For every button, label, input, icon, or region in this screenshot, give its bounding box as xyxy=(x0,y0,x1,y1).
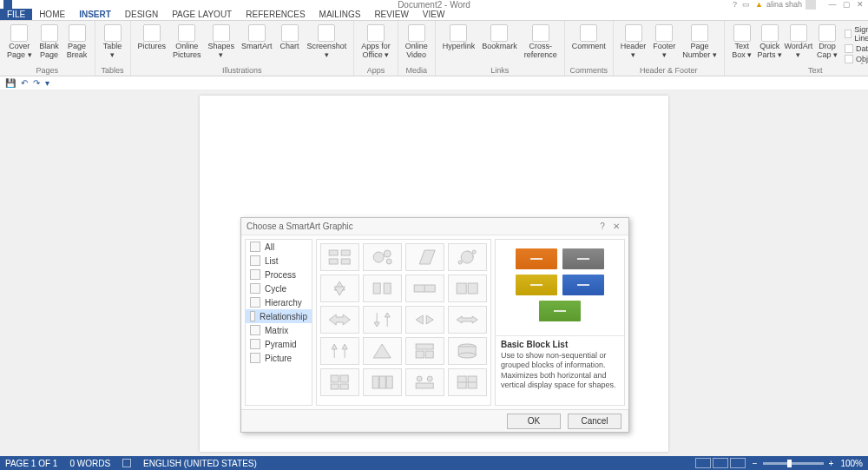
hyperlink-label: Hyperlink xyxy=(443,43,476,51)
layout-thumbnail[interactable] xyxy=(320,275,359,302)
ribbon-signature-line--button[interactable]: Signature Line ▾ xyxy=(845,25,868,43)
ribbon-shapes-button[interactable]: Shapes ▾ xyxy=(205,23,239,66)
view-web-layout[interactable] xyxy=(730,458,746,468)
ribbon-cross--button[interactable]: Cross- reference xyxy=(521,23,561,66)
category-picture[interactable]: Picture xyxy=(246,351,312,365)
restore-button[interactable]: ▢ xyxy=(842,0,851,9)
dialog-titlebar[interactable]: Choose a SmartArt Graphic ? ✕ xyxy=(241,218,628,235)
collapse-ribbon-icon[interactable]: ˄ xyxy=(860,62,865,70)
ribbon-hyperlink-button[interactable]: Hyperlink xyxy=(439,23,479,66)
ribbon-drop-button[interactable]: Drop Cap ▾ xyxy=(813,23,841,66)
ribbon-cover-button[interactable]: Cover Page ▾ xyxy=(3,23,36,66)
category-cycle[interactable]: Cycle xyxy=(246,281,312,295)
svg-rect-17 xyxy=(457,283,466,294)
ribbon-table-button[interactable]: Table ▾ xyxy=(99,23,127,66)
layout-thumbnail[interactable] xyxy=(363,275,402,302)
ribbon-wordart-button[interactable]: WordArt ▾ xyxy=(784,23,813,66)
layout-thumbnail[interactable] xyxy=(363,306,402,334)
ribbon-header-button[interactable]: Header ▾ xyxy=(617,23,650,66)
layout-thumbnail[interactable] xyxy=(320,243,359,271)
category-all[interactable]: All xyxy=(246,240,312,254)
ribbon-bookmark-button[interactable]: Bookmark xyxy=(478,23,521,66)
category-hierarchy[interactable]: Hierarchy xyxy=(246,295,312,309)
category-matrix[interactable]: Matrix xyxy=(246,323,312,337)
view-read-mode[interactable] xyxy=(695,458,711,468)
qat-redo-icon[interactable]: ↷ xyxy=(33,78,40,88)
dialog-close-button[interactable]: ✕ xyxy=(609,222,623,231)
ribbon-online-button[interactable]: Online Pictures xyxy=(169,23,205,66)
dialog-help-button[interactable]: ? xyxy=(595,222,609,231)
layout-thumbnail[interactable] xyxy=(363,337,402,365)
status-language[interactable]: ENGLISH (UNITED STATES) xyxy=(143,459,257,468)
online-label: Online Pictures xyxy=(173,43,201,60)
close-button[interactable]: ✕ xyxy=(856,0,865,9)
layout-thumbnail[interactable] xyxy=(320,306,359,334)
qat-customize-icon[interactable]: ▾ xyxy=(45,78,49,88)
ribbon-text-button[interactable]: Text Box ▾ xyxy=(728,23,756,66)
layout-thumbnail[interactable] xyxy=(405,275,444,302)
layout-thumbnail[interactable] xyxy=(363,368,402,396)
tab-design[interactable]: DESIGN xyxy=(118,9,165,20)
user-name: alina shah xyxy=(766,0,802,9)
group-label: Header & Footer xyxy=(617,66,720,76)
ribbon-apps-for-button[interactable]: Apps for Office ▾ xyxy=(358,23,394,66)
layout-thumbnail[interactable] xyxy=(405,306,444,334)
ribbon-blank-button[interactable]: Blank Page xyxy=(36,23,63,66)
tab-file[interactable]: FILE xyxy=(0,9,32,20)
tab-references[interactable]: REFERENCES xyxy=(239,9,312,20)
help-icon[interactable]: ? xyxy=(733,0,737,9)
layout-thumbnail[interactable] xyxy=(363,243,402,271)
tab-insert[interactable]: INSERT xyxy=(72,9,118,20)
ribbon-comment-button[interactable]: Comment xyxy=(569,23,609,66)
ribbon-page-button[interactable]: Page Number ▾ xyxy=(679,23,720,66)
tab-page-layout[interactable]: PAGE LAYOUT xyxy=(165,9,239,20)
qat-undo-icon[interactable]: ↶ xyxy=(21,78,28,88)
zoom-out-button[interactable]: − xyxy=(753,459,758,468)
minimize-button[interactable]: — xyxy=(828,0,837,9)
ribbon-smartart-button[interactable]: SmartArt xyxy=(238,23,276,66)
ok-button[interactable]: OK xyxy=(507,414,561,429)
category-list[interactable]: List xyxy=(246,254,312,268)
zoom-slider[interactable] xyxy=(763,462,824,465)
tab-home[interactable]: HOME xyxy=(32,9,72,20)
ribbon-pictures-button[interactable]: Pictures xyxy=(135,23,170,66)
zoom-level[interactable]: 100% xyxy=(840,459,863,468)
category-process[interactable]: Process xyxy=(246,268,312,281)
ribbon-chart-button[interactable]: Chart xyxy=(276,23,304,66)
account-user[interactable]: ▲ alina shah xyxy=(755,0,816,10)
cancel-button[interactable]: Cancel xyxy=(568,414,621,429)
layout-thumbnail[interactable] xyxy=(448,368,487,396)
quick-access-toolbar: 💾 ↶ ↷ ▾ xyxy=(0,76,868,90)
svg-rect-38 xyxy=(331,375,339,382)
layout-thumbnail[interactable] xyxy=(448,337,487,365)
status-page[interactable]: PAGE 1 OF 1 xyxy=(5,459,57,468)
tab-review[interactable]: REVIEW xyxy=(367,9,415,20)
ribbon-screenshot-button[interactable]: Screenshot ▾ xyxy=(304,23,351,66)
layout-thumbnail[interactable] xyxy=(448,275,487,302)
ribbon-date-time-button[interactable]: Date & Time xyxy=(845,44,868,53)
qat-save-icon[interactable]: 💾 xyxy=(5,78,16,88)
layout-thumbnail[interactable] xyxy=(405,243,444,271)
status-words[interactable]: 0 WORDS xyxy=(69,459,110,468)
ribbon-online-button[interactable]: Online Video xyxy=(402,23,431,66)
layout-thumbnail[interactable] xyxy=(320,337,359,365)
view-print-layout[interactable] xyxy=(713,458,728,468)
tab-view[interactable]: VIEW xyxy=(416,9,452,20)
category-pyramid[interactable]: Pyramid xyxy=(246,337,312,351)
svg-point-46 xyxy=(427,376,432,381)
layout-thumbnail[interactable] xyxy=(405,337,444,365)
ribbon-options-icon[interactable]: ▭ xyxy=(742,0,750,9)
ribbon-footer-button[interactable]: Footer ▾ xyxy=(649,23,679,66)
ribbon-page-button[interactable]: Page Break xyxy=(63,23,91,66)
table-label: Table ▾ xyxy=(103,43,122,60)
layout-thumbnail[interactable] xyxy=(448,306,487,334)
status-proofing[interactable] xyxy=(122,459,131,467)
layout-thumbnail[interactable] xyxy=(405,368,444,396)
ribbon-quick-button[interactable]: Quick Parts ▾ xyxy=(756,23,784,66)
layout-gallery[interactable] xyxy=(316,239,491,406)
zoom-in-button[interactable]: + xyxy=(829,459,834,468)
layout-thumbnail[interactable] xyxy=(320,368,359,396)
layout-thumbnail[interactable] xyxy=(448,243,487,271)
category-relationship[interactable]: Relationship xyxy=(246,309,312,323)
tab-mailings[interactable]: MAILINGS xyxy=(312,9,368,20)
